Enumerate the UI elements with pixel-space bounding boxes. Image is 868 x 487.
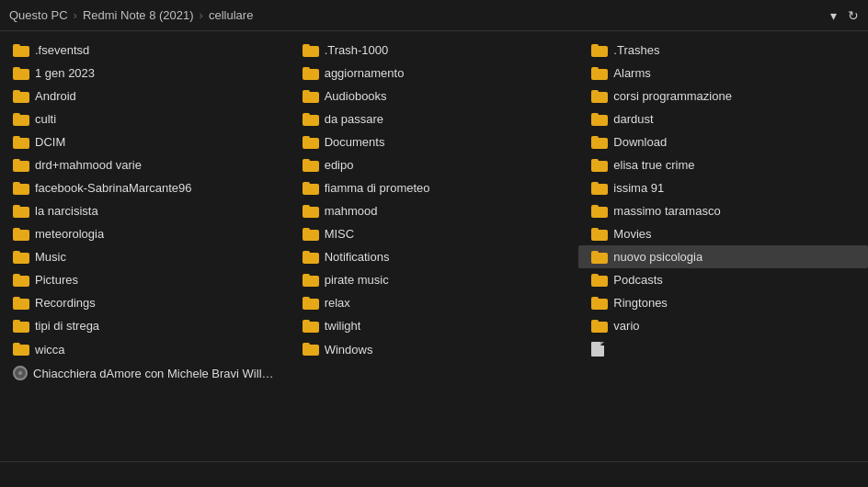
list-item[interactable]: Chiacchiera dAmore con Michele Bravi Wil… [0,361,290,385]
list-item[interactable]: fiamma di prometeo [290,176,579,199]
status-bar [0,461,868,487]
folder-icon [591,251,608,264]
audio-icon [13,366,28,380]
title-bar-controls: ▾ ↻ [830,8,859,23]
breadcrumb-part-2[interactable]: Redmi Note 8 (2021) [83,8,194,22]
folder-icon [13,251,29,264]
list-item[interactable]: tipi di strega [0,314,290,337]
item-label: aggiornamento [325,66,405,80]
list-item[interactable]: issima 91 [578,176,868,199]
list-item[interactable]: Podcasts [578,268,868,291]
breadcrumb-part-1[interactable]: Questo PC [9,8,68,22]
list-item[interactable]: la narcisista [0,199,290,222]
folder-icon [303,228,319,241]
list-item[interactable]: dardust [578,108,868,130]
list-item[interactable]: relax [290,291,579,314]
folder-icon [13,44,29,57]
file-grid: .fseventsd.Trash-1000.Trashes1 gen 2023a… [0,31,868,461]
item-label: .Trash-1000 [325,43,389,57]
dropdown-icon[interactable]: ▾ [830,8,837,23]
list-item[interactable]: Documents [290,130,579,153]
list-item[interactable]: facebook-SabrinaMarcante96 [0,176,290,199]
item-label: nuovo psicologia [613,250,702,264]
folder-icon [13,113,29,126]
breadcrumb-part-3[interactable]: cellulare [209,8,253,22]
empty-cell [290,361,579,385]
list-item[interactable]: Ringtones [578,291,868,314]
list-item[interactable]: drd+mahmood varie [0,153,290,176]
item-label: da passare [325,112,383,126]
list-item[interactable]: Download [578,130,868,153]
empty-cell [578,361,868,385]
item-label: massimo taramasco [613,204,720,218]
list-item[interactable]: Windows [290,337,579,361]
list-item[interactable]: Movies [578,222,868,245]
list-item[interactable]: da passare [290,108,579,130]
folder-icon [303,205,319,218]
item-label: tipi di strega [35,319,99,333]
folder-icon [13,182,29,195]
list-item[interactable]: twilight [290,314,579,337]
item-label: mahmood [325,204,378,218]
list-item[interactable]: Music [0,245,290,268]
item-label: DCIM [35,135,65,149]
item-label: Recordings [35,296,96,310]
list-item[interactable]: elisa true crime [578,153,868,176]
list-item[interactable]: meteorologia [0,222,290,245]
breadcrumb-sep-1: › [74,8,77,22]
item-label: drd+mahmood varie [35,158,142,172]
list-item[interactable]: mahmood [290,199,579,222]
item-label: facebook-SabrinaMarcante96 [35,181,192,195]
folder-icon [591,113,608,126]
folder-icon [13,297,29,310]
item-label: Audiobooks [325,89,387,103]
list-item[interactable]: corsi programmazione [578,85,868,108]
item-label: Windows [325,343,373,357]
list-item[interactable]: Audiobooks [290,85,579,108]
item-label: Podcasts [613,273,662,287]
folder-icon [303,251,319,264]
folder-icon [591,182,608,195]
list-item[interactable]: .Trash-1000 [290,39,579,62]
item-label: Download [613,135,667,149]
item-label: Notifications [325,250,390,264]
list-item[interactable]: culti [0,108,290,130]
list-item[interactable]: Pictures [0,268,290,291]
list-item[interactable]: wicca [0,337,290,361]
item-label: .Trashes [613,43,659,57]
list-item[interactable] [578,337,868,361]
item-label: Music [35,250,66,264]
folder-icon [303,320,319,333]
folder-icon [591,320,608,333]
list-item[interactable]: Android [0,85,290,108]
list-item[interactable]: vario [578,314,868,337]
list-item[interactable]: pirate music [290,268,579,291]
list-item[interactable]: MISC [290,222,579,245]
list-item[interactable]: aggiornamento [290,62,579,85]
folder-icon [13,205,29,218]
list-item[interactable]: .Trashes [578,39,868,62]
folder-icon [303,297,319,310]
list-item[interactable]: .fseventsd [0,39,290,62]
item-label: MISC [325,227,355,241]
item-label: elisa true crime [613,158,694,172]
item-label: culti [35,112,56,126]
list-item[interactable]: 1 gen 2023 [0,62,290,85]
list-item[interactable]: massimo taramasco [578,199,868,222]
item-label: edipo [325,158,354,172]
list-item[interactable]: nuovo psicologia [578,245,868,268]
folder-icon [591,274,608,287]
item-label: .fseventsd [35,43,89,57]
title-bar: Questo PC › Redmi Note 8 (2021) › cellul… [0,0,868,31]
list-item[interactable]: edipo [290,153,579,176]
list-item[interactable]: Recordings [0,291,290,314]
list-item[interactable]: DCIM [0,130,290,153]
folder-icon [13,320,29,333]
item-label: Pictures [35,273,78,287]
folder-icon [303,113,319,126]
item-label: dardust [613,112,653,126]
folder-icon [591,136,608,149]
refresh-icon[interactable]: ↻ [848,8,859,23]
list-item[interactable]: Notifications [290,245,579,268]
list-item[interactable]: Alarms [578,62,868,85]
